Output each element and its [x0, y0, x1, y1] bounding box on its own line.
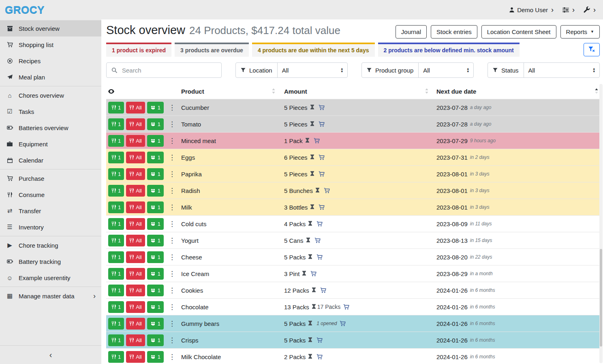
open-one-button[interactable]: 1 — [147, 201, 164, 213]
row-menu-button[interactable]: ⋮ — [169, 137, 175, 145]
row-menu-button[interactable]: ⋮ — [169, 336, 175, 345]
consume-all-button[interactable]: All — [126, 168, 145, 180]
consume-one-button[interactable]: 1 — [108, 152, 124, 163]
open-one-button[interactable]: 1 — [147, 185, 164, 197]
consume-one-button[interactable]: 1 — [108, 268, 124, 280]
sidebar-item-stock-overview[interactable]: Stock overview — [0, 20, 101, 36]
reports-button[interactable]: Reports ▼ — [560, 25, 600, 39]
consume-one-button[interactable]: 1 — [108, 102, 124, 113]
open-one-button[interactable]: 1 — [147, 235, 164, 246]
consume-all-button[interactable]: All — [126, 268, 145, 280]
sidebar-item-calendar[interactable]: Calendar — [0, 152, 101, 168]
consume-one-button[interactable]: 1 — [108, 301, 124, 313]
consume-one-button[interactable]: 1 — [108, 334, 124, 346]
sidebar-item-manage-master-data[interactable]: ▦Manage master data› — [0, 288, 101, 304]
row-menu-button[interactable]: ⋮ — [169, 319, 175, 328]
consume-all-button[interactable]: All — [126, 218, 145, 230]
consume-all-button[interactable]: All — [126, 135, 145, 147]
sidebar-item-meal-plan[interactable]: Meal plan — [0, 69, 101, 85]
open-one-button[interactable]: 1 — [147, 218, 164, 230]
row-menu-button[interactable]: ⋮ — [169, 253, 175, 261]
row-menu-button[interactable]: ⋮ — [169, 120, 175, 128]
clear-filters-button[interactable] — [584, 43, 600, 56]
column-header-product[interactable]: Product — [181, 88, 284, 95]
column-visibility-header[interactable] — [106, 89, 181, 94]
consume-all-button[interactable]: All — [126, 118, 145, 130]
settings-menu[interactable]: › — [562, 6, 575, 13]
row-menu-button[interactable]: ⋮ — [169, 286, 175, 295]
column-header-due-date[interactable]: Next due date — [436, 88, 600, 95]
sidebar-item-chores-overview[interactable]: ⌂Chores overview — [0, 87, 101, 103]
consume-all-button[interactable]: All — [126, 301, 145, 313]
row-menu-button[interactable]: ⋮ — [169, 353, 175, 361]
open-one-button[interactable]: 1 — [147, 301, 164, 313]
row-menu-button[interactable]: ⋮ — [169, 103, 175, 112]
consume-all-button[interactable]: All — [126, 285, 145, 296]
consume-all-button[interactable]: All — [126, 351, 145, 363]
consume-one-button[interactable]: 1 — [108, 235, 124, 246]
sidebar-item-recipes[interactable]: Recipes — [0, 53, 101, 69]
row-menu-button[interactable]: ⋮ — [169, 220, 175, 228]
row-menu-button[interactable]: ⋮ — [169, 153, 175, 162]
sidebar-item-battery-tracking[interactable]: Battery tracking — [0, 253, 101, 270]
open-one-button[interactable]: 1 — [147, 351, 164, 363]
consume-one-button[interactable]: 1 — [108, 201, 124, 213]
row-menu-button[interactable]: ⋮ — [169, 203, 175, 212]
open-one-button[interactable]: 1 — [147, 268, 164, 280]
sidebar-item-batteries-overview[interactable]: Batteries overview — [0, 120, 101, 136]
vertical-scrollbar[interactable] — [599, 84, 603, 363]
open-one-button[interactable]: 1 — [147, 152, 164, 163]
app-logo[interactable]: GROCY — [5, 4, 45, 16]
open-one-button[interactable]: 1 — [147, 285, 164, 296]
consume-all-button[interactable]: All — [126, 318, 145, 330]
search-input[interactable] — [121, 66, 216, 74]
row-menu-button[interactable]: ⋮ — [169, 303, 175, 311]
consume-one-button[interactable]: 1 — [108, 168, 124, 180]
sidebar-item-consume[interactable]: Consume — [0, 186, 101, 203]
row-menu-button[interactable]: ⋮ — [169, 270, 175, 278]
admin-menu[interactable]: › — [584, 6, 596, 13]
sidebar-collapse-button[interactable]: ‹ — [0, 345, 101, 364]
scrollbar-thumb[interactable] — [600, 249, 602, 347]
column-header-amount[interactable]: Amount — [284, 88, 436, 95]
sidebar-item-equipment[interactable]: Equipment — [0, 136, 101, 152]
location-filter-select[interactable]: All ▴▾ — [278, 63, 347, 77]
consume-all-button[interactable]: All — [126, 185, 145, 197]
sidebar-item-transfer[interactable]: ⇄Transfer — [0, 203, 101, 219]
open-one-button[interactable]: 1 — [147, 135, 164, 147]
sidebar-item-chore-tracking[interactable]: ▶Chore tracking — [0, 237, 101, 253]
consume-all-button[interactable]: All — [126, 334, 145, 346]
sidebar-item-inventory[interactable]: ☰Inventory — [0, 219, 101, 235]
sidebar-item-shopping-list[interactable]: Shopping list — [0, 36, 101, 53]
sidebar-item-tasks[interactable]: ☑Tasks — [0, 103, 101, 120]
row-menu-button[interactable]: ⋮ — [169, 186, 175, 195]
consume-one-button[interactable]: 1 — [108, 118, 124, 130]
sidebar-item-purchase[interactable]: Purchase — [0, 170, 101, 186]
open-one-button[interactable]: 1 — [147, 251, 164, 263]
status-filter-select[interactable]: All ▴▾ — [524, 63, 599, 77]
open-one-button[interactable]: 1 — [147, 102, 164, 113]
open-one-button[interactable]: 1 — [147, 168, 164, 180]
row-menu-button[interactable]: ⋮ — [169, 170, 175, 178]
consume-all-button[interactable]: All — [126, 235, 145, 246]
row-menu-button[interactable]: ⋮ — [169, 236, 175, 245]
journal-button[interactable]: Journal — [396, 25, 427, 39]
location-content-sheet-button[interactable]: Location Content Sheet — [481, 25, 556, 39]
consume-all-button[interactable]: All — [126, 201, 145, 213]
consume-one-button[interactable]: 1 — [108, 285, 124, 296]
consume-all-button[interactable]: All — [126, 102, 145, 113]
sidebar-item-example-userentity[interactable]: ☺Example userentity — [0, 270, 101, 286]
consume-all-button[interactable]: All — [126, 152, 145, 163]
consume-all-button[interactable]: All — [126, 251, 145, 263]
consume-one-button[interactable]: 1 — [108, 185, 124, 197]
stock-entries-button[interactable]: Stock entries — [431, 25, 477, 39]
consume-one-button[interactable]: 1 — [108, 251, 124, 263]
consume-one-button[interactable]: 1 — [108, 351, 124, 363]
consume-one-button[interactable]: 1 — [108, 218, 124, 230]
consume-one-button[interactable]: 1 — [108, 135, 124, 147]
open-one-button[interactable]: 1 — [147, 318, 164, 330]
user-menu[interactable]: Demo User › — [509, 6, 554, 13]
consume-one-button[interactable]: 1 — [108, 318, 124, 330]
product-group-filter-select[interactable]: All ▴▾ — [419, 63, 473, 77]
open-one-button[interactable]: 1 — [147, 118, 164, 130]
